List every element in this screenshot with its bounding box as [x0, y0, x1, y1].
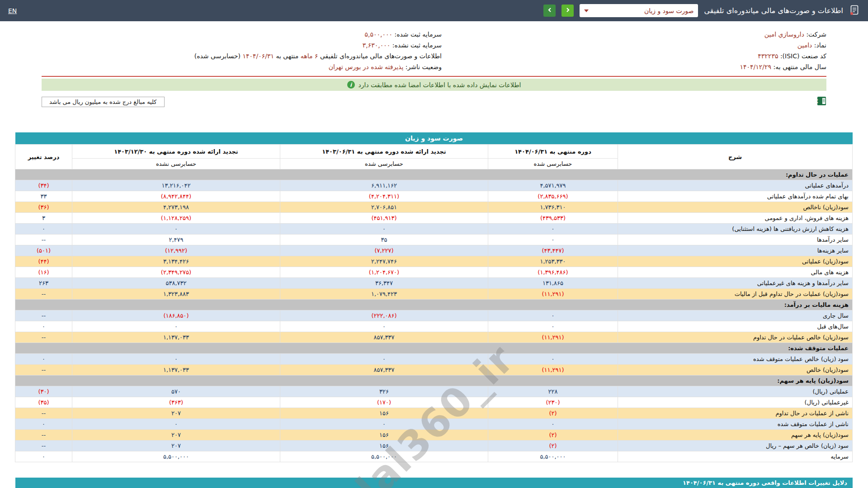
value-restated-annual: ۰: [72, 354, 280, 365]
value-restated-6m: (۲۲۲,۰۸۶): [280, 310, 488, 321]
chevron-left-icon: [547, 7, 552, 14]
row-label: درآمدهای عملیاتی: [618, 180, 853, 191]
row-label: سود(زیان) پایه هر سهم: [618, 430, 853, 441]
value-current: ۰: [488, 419, 618, 430]
registered-capital-row: سرمایه ثبت شده: ۵,۵۰۰,۰۰۰: [42, 30, 442, 39]
col-subheader-audited-1: حسابرسی شده: [488, 159, 618, 169]
col-header-pct-change: درصد تغییر: [15, 145, 72, 169]
col-header-restated-6m: تجدید ارائه شده دوره منتهی به ۱۴۰۳/۰۶/۳۱: [280, 145, 488, 159]
value-current: (۲۳۰): [488, 397, 618, 408]
value-pct-change: --: [15, 289, 72, 300]
section-row: عملیات در حال تداوم:: [15, 169, 853, 180]
value-restated-annual: (۱,۱۲۸,۲۵۹): [72, 213, 280, 224]
income-statement-body: عملیات در حال تداوم:درآمدهای عملیاتی۴,۵۷…: [15, 169, 853, 462]
isic-code-row: کد صنعت (ISIC): ۴۳۲۲۳۵: [442, 52, 826, 61]
table-row: هزینه های فروش، اداری و عمومی(۴۳۹,۵۳۳)(۴…: [15, 213, 853, 224]
table-row: سایر درآمدها و هزینه های غیرعملیاتی۱۳۱,۸…: [15, 278, 853, 289]
value-restated-6m: ۰: [280, 419, 488, 430]
value-current: ۰: [488, 321, 618, 332]
value-restated-6m: ۳۲۶: [280, 386, 488, 397]
value-restated-annual: ۲۰۷: [72, 430, 280, 441]
value-restated-annual: ۱۳,۲۱۶,۰۴۲: [72, 180, 280, 191]
value-restated-annual: ۰: [72, 321, 280, 332]
notice-text: اطلاعات نمایش داده شده با اطلاعات امضا ش…: [359, 81, 521, 89]
value-restated-6m: ۵,۵۰۰,۰۰۰: [280, 451, 488, 462]
value-current: ۴,۵۷۱,۹۷۹: [488, 180, 618, 191]
statement-area: صورت سود و زیان شرح دوره منتهی به ۱۴۰۴/۰…: [0, 132, 868, 462]
signature-match-notice: اطلاعات نمایش داده شده با اطلاعات امضا ش…: [42, 79, 826, 91]
red-divider: [42, 76, 826, 77]
language-switch-en[interactable]: EN: [8, 7, 17, 14]
table-row: سرمایه۵,۵۰۰,۰۰۰۵,۵۰۰,۰۰۰۵,۵۰۰,۰۰۰۰: [15, 451, 853, 462]
value-current: ۱,۲۵۳,۳۳۰: [488, 256, 618, 267]
report-icon[interactable]: [849, 5, 860, 17]
value-pct-change: ۰: [15, 451, 72, 462]
value-current: (۱۱,۲۹۱): [488, 365, 618, 375]
company-name-row: شرکت: داروسازي امین: [442, 30, 826, 39]
value-pct-change: --: [15, 235, 72, 245]
table-row: سال جاری۰(۲۲۲,۰۸۶)(۱۸۶,۸۵۰)--: [15, 310, 853, 321]
value-current: ۰: [488, 354, 618, 365]
table-row: سود(زیان) پایه هر سهم(۲)۱۵۶۲۰۷--: [15, 430, 853, 441]
table-row: هزینه های مالی(۱,۳۹۶,۴۸۶)(۱,۲۰۴,۶۷۰)(۲,۳…: [15, 267, 853, 278]
col-header-current-period: دوره منتهی به ۱۴۰۴/۰۶/۳۱: [488, 145, 618, 159]
value-pct-change: (۳۵): [15, 397, 72, 408]
value-restated-6m: (۴,۲۰۴,۳۱۱): [280, 191, 488, 202]
next-statement-button[interactable]: [561, 5, 574, 17]
value-pct-change: --: [15, 310, 72, 321]
row-label: عملیاتی (ریال): [618, 386, 853, 397]
table-row: ناشی از عملیات در حال تداوم(۲)۱۵۶۲۰۷--: [15, 408, 853, 419]
col-subheader-unaudited: حسابرسی نشده: [72, 159, 280, 169]
value-restated-annual: ۵,۵۰۰,۰۰۰: [72, 451, 280, 462]
row-label: سایر درآمدها و هزینه های غیرعملیاتی: [618, 278, 853, 289]
row-label: ناشی از عملیات متوقف شده: [618, 419, 853, 430]
value-pct-change: (۵۰۱): [15, 245, 72, 256]
value-restated-6m: (۷,۲۲۷): [280, 245, 488, 256]
value-restated-annual: (۳۶۳): [72, 397, 280, 408]
value-restated-annual: ۴,۲۷۳,۱۹۸: [72, 202, 280, 213]
value-restated-annual: ۱,۳۲۳,۸۸۳: [72, 289, 280, 300]
unregistered-capital-row: سرمایه ثبت نشده: ۳,۶۳۰,۰۰۰: [42, 41, 442, 50]
row-label: سود(زیان) عملیاتی: [618, 256, 853, 267]
income-statement-table: شرح دوره منتهی به ۱۴۰۴/۰۶/۳۱ تجدید ارائه…: [15, 144, 853, 462]
value-current: ۵,۵۰۰,۰۰۰: [488, 451, 618, 462]
value-restated-annual: (۱۲,۹۹۲): [72, 245, 280, 256]
value-restated-6m: ۶,۹۱۱,۱۶۲: [280, 180, 488, 191]
value-current: (۴۳,۴۴۷): [488, 245, 618, 256]
topbar: اطلاعات و صورت‌های مالی میاندوره‌ای تلفی…: [0, 0, 868, 21]
value-current: (۲,۸۳۵,۶۶۹): [488, 191, 618, 202]
value-current: (۲): [488, 430, 618, 441]
value-restated-6m: (۱۷۰): [280, 397, 488, 408]
value-restated-6m: ۱۵۶: [280, 441, 488, 451]
value-restated-annual: ۰: [72, 224, 280, 235]
excel-icon[interactable]: X: [817, 96, 826, 108]
fiscal-year-row: سال مالی منتهی به: ۱۴۰۴/۱۲/۲۹: [442, 63, 826, 71]
table-row: سود (زیان) خالص هر سهم – ریال(۲)۱۵۶۲۰۷--: [15, 441, 853, 451]
svg-text:X: X: [817, 99, 818, 104]
value-restated-6m: ۲,۷۰۶,۸۵۱: [280, 202, 488, 213]
row-label: سود(زیان) ناخالص: [618, 202, 853, 213]
row-label: سرمایه: [618, 451, 853, 462]
row-label: هزینه های مالی: [618, 267, 853, 278]
value-pct-change: (۳۰): [15, 386, 72, 397]
table-row: سود(زیان) ناخالص۱,۷۳۶,۳۱۰۲,۷۰۶,۸۵۱۴,۲۷۳,…: [15, 202, 853, 213]
value-restated-6m: (۴۵۱,۹۱۳): [280, 213, 488, 224]
statement-select[interactable]: صورت سود و زیان: [580, 4, 698, 17]
value-pct-change: --: [15, 408, 72, 419]
row-label: سال‌های قبل: [618, 321, 853, 332]
row-label: غیرعملیاتی (ریال): [618, 397, 853, 408]
value-current: (۱۱,۲۹۱): [488, 332, 618, 343]
company-info-section: شرکت: داروسازي امین نماد: دامین کد صنعت …: [0, 21, 868, 91]
page-title: اطلاعات و صورت‌های مالی میاندوره‌ای تلفی…: [704, 6, 843, 15]
table-row: سود(زیان) خالص عملیات در حال تداوم(۱۱,۲۹…: [15, 332, 853, 343]
prev-statement-button[interactable]: [543, 5, 556, 17]
issuer-status-row: وضعیت ناشر: پذیرفته شده در بورس تهران: [42, 63, 442, 71]
table-row: سود(زیان) عملیات در حال تداوم قبل از مال…: [15, 289, 853, 300]
value-restated-annual: (۱۸۶,۸۵۰): [72, 310, 280, 321]
table-row: هزینه کاهش ارزش دریافتنی ها (هزینه استثن…: [15, 224, 853, 235]
value-restated-annual: ۱,۱۳۷,۰۳۳: [72, 332, 280, 343]
table-row: سایر درآمدها۰۳۵۲,۴۷۹--: [15, 235, 853, 245]
table-row: سایر هزینه‌ها(۴۳,۴۴۷)(۷,۲۲۷)(۱۲,۹۹۲)(۵۰۱…: [15, 245, 853, 256]
col-subheader-audited-2: حسابرسی شده: [280, 159, 488, 169]
changes-reasons-header[interactable]: دلایل تغییرات اطلاعات واقعی دوره منتهی ب…: [15, 478, 853, 488]
